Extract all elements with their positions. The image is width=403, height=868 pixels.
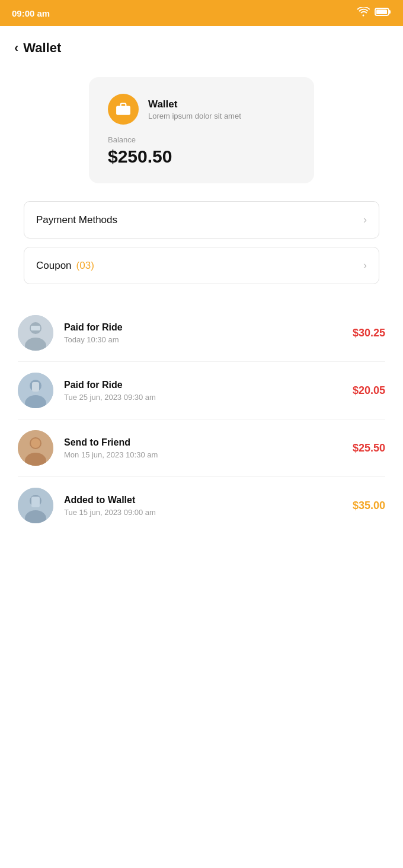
header: ‹ Wallet — [0, 26, 403, 65]
transaction-title: Send to Friend — [64, 437, 353, 448]
transaction-title: Paid for Ride — [64, 380, 353, 390]
battery-icon — [375, 7, 391, 19]
transaction-info: Paid for Ride Today 10:30 am — [64, 322, 353, 344]
avatar — [18, 373, 53, 408]
menu-section: Payment Methods › Coupon (03) › — [0, 201, 403, 284]
svg-rect-8 — [31, 326, 40, 330]
menu-item-left-coupon: Coupon (03) — [36, 260, 94, 272]
svg-rect-20 — [31, 497, 40, 507]
avatar-image-1 — [18, 315, 53, 351]
wallet-card-top: Wallet Lorem ipsum dolor sit amet — [108, 94, 295, 125]
coupon-badge: (03) — [76, 260, 94, 272]
svg-rect-1 — [389, 10, 391, 14]
wallet-card: Wallet Lorem ipsum dolor sit amet Balanc… — [89, 77, 314, 183]
transactions-section: Paid for Ride Today 10:30 am $30.25 Paid… — [0, 292, 403, 534]
avatar — [18, 315, 53, 351]
transaction-title: Added to Wallet — [64, 495, 353, 505]
status-time: 09:00 am — [12, 8, 50, 18]
transaction-title: Paid for Ride — [64, 322, 353, 333]
wallet-icon-circle — [108, 94, 139, 125]
menu-item-left: Payment Methods — [36, 214, 117, 226]
transaction-date: Tue 25 jun, 2023 09:30 am — [64, 393, 353, 402]
wifi-icon — [357, 7, 370, 19]
transaction-amount: $25.50 — [353, 442, 385, 454]
avatar-image-3 — [18, 430, 53, 466]
status-bar: 09:00 am — [0, 0, 403, 26]
wallet-card-container: Wallet Lorem ipsum dolor sit amet Balanc… — [0, 65, 403, 201]
balance-label: Balance — [108, 135, 295, 144]
transaction-amount: $30.25 — [353, 327, 385, 339]
wallet-card-info: Wallet Lorem ipsum dolor sit amet — [148, 98, 241, 120]
transaction-date: Tue 15 jun, 2023 09:00 am — [64, 508, 353, 517]
wallet-card-title: Wallet — [148, 98, 241, 110]
transaction-date: Today 10:30 am — [64, 335, 353, 344]
back-button[interactable]: ‹ — [14, 40, 18, 56]
wallet-briefcase-icon — [116, 101, 131, 117]
transaction-info: Send to Friend Mon 15 jun, 2023 10:30 am — [64, 437, 353, 459]
transaction-date: Mon 15 jun, 2023 10:30 am — [64, 450, 353, 459]
back-arrow-icon: ‹ — [14, 40, 18, 56]
transaction-amount: $20.05 — [353, 384, 385, 397]
balance-amount: $250.50 — [108, 147, 295, 167]
transaction-amount: $35.00 — [353, 500, 385, 512]
avatar — [18, 488, 53, 523]
svg-rect-2 — [376, 9, 387, 14]
page-title: Wallet — [23, 40, 61, 56]
chevron-right-icon: › — [363, 214, 367, 226]
avatar-image-2 — [18, 373, 53, 408]
coupon-item[interactable]: Coupon (03) › — [24, 247, 379, 284]
payment-methods-item[interactable]: Payment Methods › — [24, 201, 379, 239]
avatar — [18, 430, 53, 466]
transaction-item[interactable]: Paid for Ride Today 10:30 am $30.25 — [18, 304, 385, 362]
coupon-label: Coupon — [36, 260, 72, 272]
transaction-info: Paid for Ride Tue 25 jun, 2023 09:30 am — [64, 380, 353, 402]
transaction-item[interactable]: Paid for Ride Tue 25 jun, 2023 09:30 am … — [18, 362, 385, 419]
transaction-item[interactable]: Send to Friend Mon 15 jun, 2023 10:30 am… — [18, 419, 385, 477]
svg-rect-12 — [32, 382, 39, 392]
transaction-info: Added to Wallet Tue 15 jun, 2023 09:00 a… — [64, 495, 353, 517]
transaction-item[interactable]: Added to Wallet Tue 15 jun, 2023 09:00 a… — [18, 477, 385, 534]
chevron-right-icon-coupon: › — [363, 259, 367, 272]
payment-methods-label: Payment Methods — [36, 214, 117, 226]
wallet-card-subtitle: Lorem ipsum dolor sit amet — [148, 112, 241, 120]
avatar-image-4 — [18, 488, 53, 523]
status-icons — [357, 7, 391, 19]
svg-point-16 — [31, 438, 40, 448]
